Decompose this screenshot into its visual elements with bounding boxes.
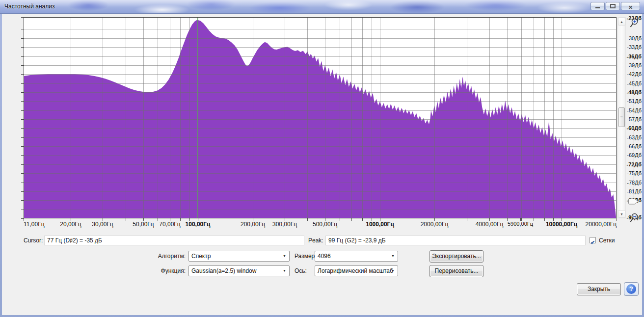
x-axis-tick [340, 218, 340, 221]
size-value: 4096 [318, 253, 331, 260]
axis-value: Логарифмический масштаб [318, 267, 393, 274]
axis-label: Ось: [295, 267, 307, 274]
grip-icon: ≡ [620, 114, 623, 120]
close-icon: ✕ [628, 4, 633, 10]
dropdown-arrow-icon: ▼ [391, 266, 395, 276]
dropdown-arrow-icon: ▼ [283, 251, 286, 261]
y-axis-label: -33Дб [627, 44, 642, 50]
y-axis-label: -75Дб [627, 170, 642, 176]
x-axis-label: 500,00Гц [313, 221, 337, 228]
y-axis-label: -39Дб [627, 62, 642, 68]
function-select[interactable]: Gaussian(a=2.5) window ▼ [188, 265, 290, 276]
x-axis: 11,00Гц20,00Гц30,00Гц50,00Гц70,00Гц100,0… [24, 218, 620, 229]
cursor-value-field[interactable]: 77 Гц (D♯2) = -35 дБ [44, 236, 304, 245]
y-axis-label: -69Дб [627, 152, 642, 158]
x-axis-label: 20,00Гц [60, 221, 81, 228]
x-axis-label: 100,00Гц [186, 221, 211, 228]
axis-select[interactable]: Логарифмический масштаб ▼ [315, 265, 398, 276]
y-axis-label: -30Дб [627, 35, 642, 41]
titlebar[interactable]: Частотный анализ ✕ [0, 0, 644, 14]
x-axis-label: 30,00Гц [92, 221, 113, 228]
y-axis-label: -57Дб [627, 116, 642, 122]
spectrum-svg[interactable] [24, 17, 617, 218]
maximize-icon [610, 4, 616, 8]
zoom-in-button[interactable] [628, 18, 640, 29]
dialog-content: -23Дб-30Дб-33Дб-36Дб-39Дб-42Дб-45Дб-48Дб… [2, 14, 642, 315]
algorithm-label: Алгоритм: [139, 253, 186, 260]
spectrum-plot[interactable] [24, 17, 617, 218]
dropdown-arrow-icon: ▼ [391, 251, 395, 261]
x-axis-tick [362, 218, 363, 221]
x-axis-tick [617, 218, 617, 221]
x-axis-label: 2000,00Гц [421, 221, 449, 228]
maximize-button[interactable] [606, 2, 620, 10]
x-axis-label: 300,00Гц [272, 221, 297, 228]
y-axis-label: -63Дб [627, 134, 642, 140]
y-axis-label: -42Дб [627, 71, 642, 77]
zoom-out-magnifier-icon [628, 212, 640, 224]
x-axis-tick [351, 218, 352, 221]
algorithm-select[interactable]: Спектр ▼ [188, 251, 290, 262]
grids-checkbox[interactable]: ✔ [590, 237, 596, 243]
zoom-slider-thumb[interactable] [628, 198, 640, 205]
peak-value-field[interactable]: 99 Гц (G2) = -23,9 дБ [325, 236, 586, 245]
x-axis-label: 20000,00Гц [586, 221, 617, 228]
minimize-button[interactable] [590, 2, 605, 10]
x-axis-tick [126, 218, 126, 221]
zoom-out-button[interactable] [628, 212, 640, 224]
peak-label: Peak: [308, 237, 323, 244]
x-axis-tick [544, 218, 545, 221]
y-axis-label: -36Дб [626, 53, 642, 59]
window-buttons: ✕ [590, 2, 640, 10]
zoom-slider-track[interactable] [634, 61, 634, 199]
function-value: Gaussian(a=2.5) window [191, 267, 256, 274]
close-window-button[interactable]: ✕ [621, 2, 640, 10]
check-icon: ✔ [590, 239, 595, 245]
dropdown-arrow-icon: ▼ [283, 266, 286, 276]
zoom-in-magnifier-icon [628, 18, 640, 29]
x-axis-label: 70,00Гц [159, 221, 180, 228]
scroll-up-icon: ▲ [620, 20, 623, 24]
y-axis-label: -78Дб [627, 180, 642, 185]
y-axis-label: -81Дб [627, 188, 642, 194]
export-button[interactable]: Экспортировать... [429, 250, 483, 263]
y-axis-label: -45Дб [627, 80, 642, 86]
scroll-up-button[interactable]: ▲ [618, 18, 625, 26]
frequency-analysis-window: Частотный анализ ✕ -23Дб-30Дб-33Дб-36Дб-… [0, 0, 644, 317]
redraw-button[interactable]: Перерисовать... [429, 265, 483, 277]
size-select[interactable]: 4096 ▼ [315, 251, 398, 262]
x-axis-tick [307, 218, 308, 221]
x-axis-label: 10000,00Гц [546, 221, 577, 228]
size-label: Размер: [295, 253, 317, 260]
function-label: Функция: [139, 267, 186, 274]
scroll-down-button[interactable]: ▼ [618, 210, 625, 218]
x-axis-label: 50,00Гц [133, 221, 154, 228]
x-axis-label: 5900,00Гц [508, 221, 533, 227]
help-icon: ? [626, 284, 636, 294]
cursor-label: Cursor: [24, 237, 43, 244]
x-axis-label: 4000,00Гц [476, 221, 504, 228]
x-axis-tick [467, 218, 467, 221]
plot-vertical-scrollbar[interactable]: ▲ ≡ ▼ [617, 17, 626, 218]
close-button[interactable]: Закрыть [577, 283, 621, 295]
y-axis-label: -66Дб [627, 143, 642, 149]
x-axis-label: 1000,00Гц [366, 221, 394, 228]
window-title: Частотный анализ [4, 3, 54, 10]
y-axis-label: -54Дб [627, 107, 642, 113]
help-button[interactable]: ? [624, 282, 639, 296]
grids-checkbox-label: Сетки [599, 237, 615, 244]
x-axis-tick [534, 218, 534, 221]
minimize-icon [595, 7, 600, 8]
x-axis-tick [158, 218, 158, 221]
algorithm-value: Спектр [191, 253, 211, 260]
scroll-down-icon: ▼ [620, 212, 623, 216]
scrollbar-thumb[interactable]: ≡ [618, 107, 625, 127]
x-axis-label: 200,00Гц [241, 221, 265, 228]
y-axis-label: -51Дб [627, 98, 642, 104]
x-axis-label: 11,00Гц [24, 221, 45, 228]
